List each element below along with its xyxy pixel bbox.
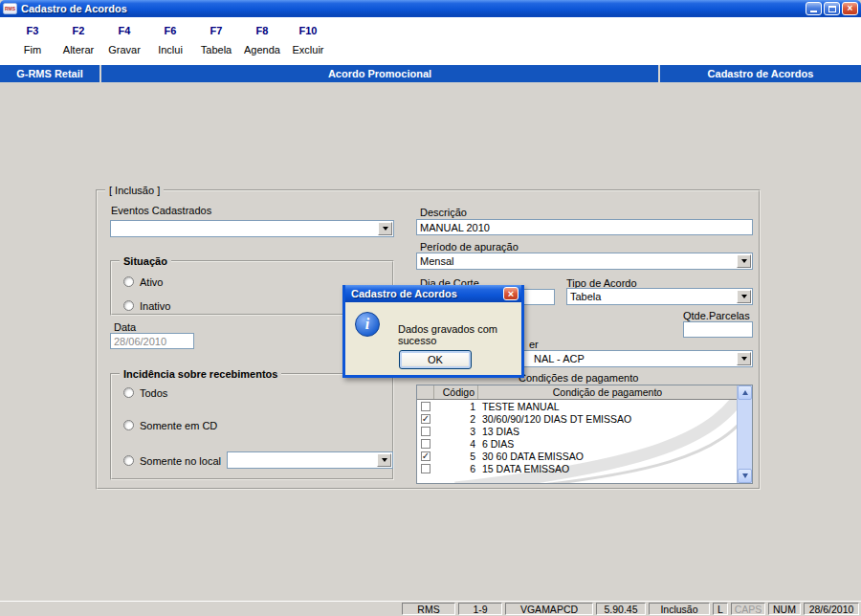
function-toolbar: F3 Fim F2 Alterar F4 Gravar F6 Inclui F7…: [0, 17, 861, 65]
column-header-condicao[interactable]: Condição de pagamento: [478, 386, 737, 398]
table-row[interactable]: 6 15 DATA EMISSAO: [417, 462, 737, 474]
ok-button[interactable]: OK: [399, 350, 472, 369]
table-row[interactable]: 2 30/60/90/120 DIAS DT EMISSAO: [417, 412, 737, 425]
status-segment: RMS: [402, 603, 455, 615]
tipo-acordo-combobox[interactable]: Tabela: [566, 288, 753, 305]
toolbar-button[interactable]: F3 Fim: [10, 25, 55, 65]
toolbar-action-label: Gravar: [101, 44, 147, 55]
toolbar-button[interactable]: F4 Gravar: [101, 25, 147, 65]
app-icon: RMS: [3, 3, 17, 14]
vertical-scrollbar[interactable]: [737, 385, 752, 483]
cell-condicao: 15 DATA EMISSAO: [478, 463, 737, 474]
cell-condicao: 6 DIAS: [478, 438, 737, 450]
dropdown-arrow-icon[interactable]: [737, 290, 751, 303]
cell-codigo: 4: [434, 438, 478, 450]
table-row[interactable]: 5 30 60 DATA EMISSAO: [417, 450, 737, 462]
arrow-down-icon: [742, 473, 748, 478]
local-combobox[interactable]: [227, 451, 393, 469]
status-segment: CAPS: [731, 603, 765, 615]
table-body: 1 TESTE MANUAL 2 30/60/90/120 DIAS DT EM…: [417, 400, 737, 483]
arrow-up-icon: [742, 390, 748, 395]
toolbar-button[interactable]: F10 Excluir: [285, 25, 331, 65]
toolbar-action-label: Alterar: [55, 44, 101, 55]
toolbar-action-label: Tabela: [193, 44, 239, 55]
scroll-down-button[interactable]: [738, 469, 752, 483]
eventos-combobox[interactable]: [110, 220, 394, 237]
table-row[interactable]: 4 6 DIAS: [417, 437, 737, 450]
close-button[interactable]: ×: [842, 2, 858, 15]
cell-condicao: 30/60/90/120 DIAS DT EMISSAO: [478, 413, 737, 425]
dialog-close-button[interactable]: ×: [503, 287, 519, 300]
data-input[interactable]: [110, 333, 194, 349]
partial-hidden-label: er: [529, 339, 539, 350]
scroll-up-button[interactable]: [738, 385, 752, 400]
table-row[interactable]: 3 13 DIAS: [417, 425, 737, 437]
titlebar[interactable]: RMS Cadastro de Acordos ×: [0, 0, 861, 17]
dropdown-arrow-icon[interactable]: [378, 222, 392, 235]
row-checkbox[interactable]: [421, 427, 430, 436]
parcelas-label: Qtde.Parcelas: [683, 310, 750, 321]
row-checkbox[interactable]: [421, 451, 430, 461]
toolbar-action-label: Inclui: [147, 44, 193, 55]
restore-icon: [828, 6, 836, 12]
radio-option[interactable]: Somente em CD: [123, 419, 392, 431]
table-row[interactable]: 1 TESTE MANUAL: [417, 400, 737, 412]
cell-codigo: 6: [434, 463, 478, 474]
parcelas-input[interactable]: [683, 321, 753, 338]
dialog-titlebar[interactable]: Cadastro de Acordos ×: [345, 285, 521, 302]
radio-label: Inativo: [140, 300, 170, 312]
status-bar: RMS 1-9 VGAMAPCD 5.90.45 Inclusão L CAPS…: [0, 601, 861, 616]
column-header-codigo[interactable]: Código: [434, 385, 478, 399]
row-checkbox[interactable]: [421, 439, 430, 449]
toolbar-action-label: Agenda: [239, 44, 285, 55]
radio-icon: [123, 455, 134, 466]
dialog-body: i Dados gravados com sucesso OK: [345, 302, 521, 375]
toolbar-fkey-label: F8: [239, 25, 285, 36]
restore-button[interactable]: [824, 2, 840, 15]
toolbar-fkey-label: F2: [55, 25, 101, 36]
dropdown-arrow-icon[interactable]: [377, 453, 391, 467]
dialog-message: Dados gravados com sucesso: [398, 323, 521, 346]
window-title: Cadastro de Acordos: [21, 3, 806, 14]
row-checkbox[interactable]: [421, 414, 430, 424]
cell-codigo: 2: [434, 413, 478, 425]
cell-condicao: 30 60 DATA EMISSAO: [478, 451, 737, 462]
toolbar-button[interactable]: F2 Alterar: [55, 25, 101, 65]
toolbar-fkey-label: F7: [193, 25, 239, 36]
groupbox-title: [ Inclusão ]: [105, 185, 164, 196]
status-segment: L: [713, 603, 728, 615]
incidencia-legend: Incidência sobre recebimentos: [120, 368, 281, 380]
minimize-button[interactable]: [806, 2, 822, 15]
toolbar-button[interactable]: F6 Inclui: [147, 25, 193, 65]
descricao-input[interactable]: [416, 219, 753, 235]
status-segment: Inclusão: [649, 603, 710, 615]
radio-label: Somente no local: [140, 455, 221, 467]
toolbar-button[interactable]: F8 Agenda: [239, 25, 285, 65]
dropdown-arrow-icon[interactable]: [737, 254, 751, 268]
radio-option[interactable]: Todos: [123, 386, 392, 399]
incidencia-groupbox: Incidência sobre recebimentos Todos Some…: [110, 373, 394, 480]
status-segment: 5.90.45: [596, 603, 646, 615]
toolbar-button[interactable]: F7 Tabela: [193, 25, 239, 65]
cell-codigo: 5: [434, 451, 478, 462]
header-screen-title: Cadastro de Acordos: [658, 65, 861, 82]
status-segment: 1-9: [458, 603, 502, 615]
column-header-checkbox: [417, 385, 434, 399]
status-segment: NUM: [768, 603, 801, 615]
row-checkbox[interactable]: [421, 402, 430, 411]
radio-icon: [123, 420, 134, 430]
data-label: Data: [114, 321, 136, 333]
dialog-title: Cadastro de Acordos: [351, 288, 503, 299]
radio-label: Todos: [140, 387, 167, 399]
cell-codigo: 3: [434, 426, 478, 437]
dropdown-arrow-icon[interactable]: [737, 352, 751, 365]
toolbar-fkey-label: F3: [10, 25, 55, 36]
header-bar: G-RMS Retail Acordo Promocional Cadastro…: [0, 65, 861, 82]
cell-codigo: 1: [434, 401, 478, 412]
cell-condicao: TESTE MANUAL: [478, 401, 737, 412]
periodo-label: Período de apuração: [420, 241, 519, 253]
toolbar-fkey-label: F10: [285, 25, 331, 36]
condicoes-label: Condições de pagamento: [519, 372, 638, 384]
row-checkbox[interactable]: [421, 464, 430, 473]
periodo-combobox[interactable]: Mensal: [416, 253, 753, 270]
